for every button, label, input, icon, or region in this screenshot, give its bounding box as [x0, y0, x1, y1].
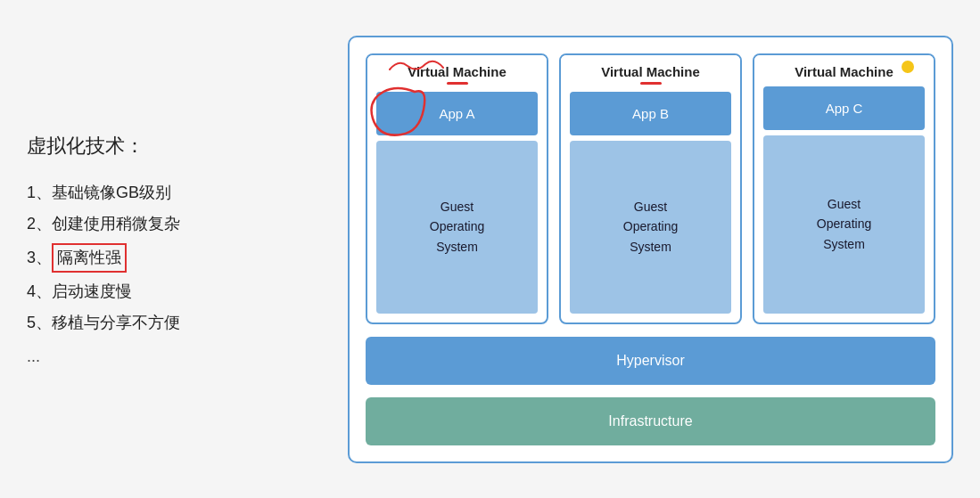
list-num-4: 4、	[27, 282, 52, 300]
right-panel: Virtual Machine App A GuestOperatingSyst…	[348, 36, 953, 463]
left-title: 虚拟化技术：	[27, 133, 312, 159]
hypervisor-box: Hypervisor	[366, 337, 935, 385]
list-num-2: 2、	[27, 215, 52, 233]
vm1-dash	[447, 82, 468, 85]
vm3-app: App C	[763, 86, 925, 130]
list-item-3: 3、隔离性强	[27, 243, 312, 273]
vms-row: Virtual Machine App A GuestOperatingSyst…	[366, 53, 935, 324]
list-item-1: 1、基础镜像GB级别	[27, 181, 312, 205]
vm2-dash	[640, 82, 662, 85]
ellipsis: ...	[27, 347, 312, 366]
infrastructure-box: Infrastructure	[366, 397, 935, 445]
left-list: 1、基础镜像GB级别 2、创建使用稍微复杂 3、隔离性强 4、启动速度慢 5、移…	[27, 181, 312, 335]
vm-title-3: Virtual Machine	[754, 55, 934, 86]
vm-box-1: Virtual Machine App A GuestOperatingSyst…	[366, 53, 548, 324]
vm-box-2: Virtual Machine App B GuestOperatingSyst…	[559, 53, 742, 324]
list-num-1: 1、	[27, 184, 52, 201]
highlight-text: 隔离性强	[52, 243, 127, 273]
vm-title-1: Virtual Machine	[367, 55, 547, 92]
list-num-5: 5、	[27, 314, 52, 331]
vm3-guest-os: GuestOperatingSystem	[763, 135, 925, 314]
list-item-4: 4、启动速度慢	[27, 280, 312, 304]
vm1-app: App A	[376, 92, 538, 135]
vm-title-2: Virtual Machine	[561, 55, 740, 92]
vm1-guest-os: GuestOperatingSystem	[376, 141, 538, 314]
vm2-app: App B	[570, 92, 731, 135]
left-panel: 虚拟化技术： 1、基础镜像GB级别 2、创建使用稍微复杂 3、隔离性强 4、启动…	[27, 133, 312, 366]
list-item-2: 2、创建使用稍微复杂	[27, 212, 312, 236]
list-item-5: 5、移植与分享不方便	[27, 311, 312, 335]
yellow-dot	[902, 61, 914, 73]
page-container: 虚拟化技术： 1、基础镜像GB级别 2、创建使用稍微复杂 3、隔离性强 4、启动…	[0, 0, 980, 498]
list-num-3: 3、	[27, 246, 52, 270]
vm2-guest-os: GuestOperatingSystem	[570, 141, 731, 314]
vm-box-3: Virtual Machine App C GuestOperatingSyst…	[753, 53, 935, 324]
